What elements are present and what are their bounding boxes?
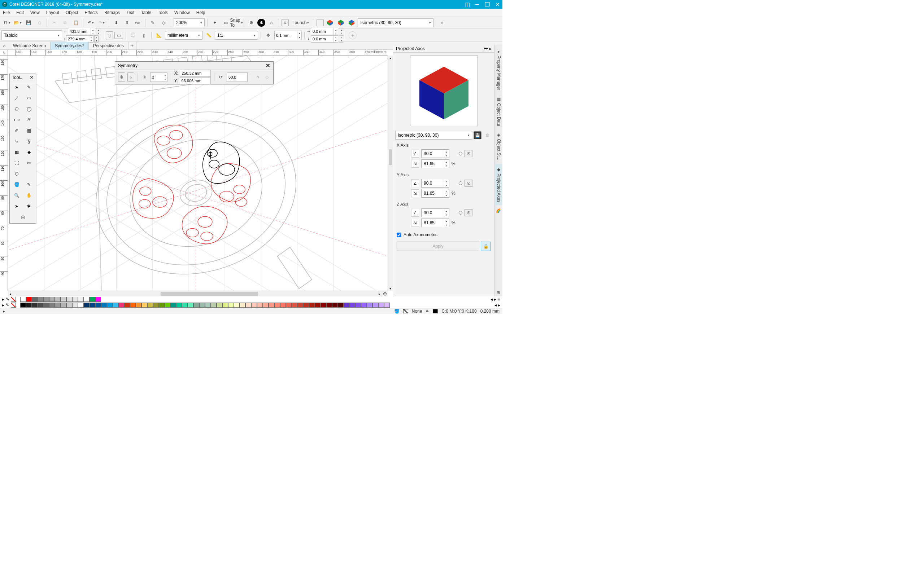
color-swatch[interactable] [205,303,211,308]
color-swatch[interactable] [84,297,89,302]
apply-button[interactable]: Apply [397,242,479,251]
drawing-canvas[interactable] [8,56,388,291]
palette-more-icon[interactable]: » [498,297,500,302]
menu-object[interactable]: Object [66,10,78,15]
graph-tool[interactable]: ▦ [23,126,34,135]
current-page-icon[interactable]: ▯ [139,31,149,40]
page-width-input[interactable]: ▴▾ [68,28,95,35]
color-swatch[interactable] [199,303,205,308]
sym-y-input[interactable] [180,77,211,84]
cut-button[interactable]: ✂︎ [50,18,59,27]
color-swatch[interactable] [188,303,194,308]
plane-right-icon[interactable] [347,18,356,27]
palette-scroll-left-icon[interactable]: ◂ [494,303,497,308]
y-radio[interactable] [459,181,462,185]
auto-axonometric-checkbox[interactable] [397,233,401,237]
z-angle-input[interactable]: ▴▾ [421,208,449,217]
rectangle-icon[interactable]: ▭ [221,18,230,27]
zoom-dropdown[interactable]: 200%▾ [174,18,205,27]
color-swatch[interactable] [95,303,101,308]
paste-button[interactable]: 📋 [71,18,81,27]
menu-bitmaps[interactable]: Bitmaps [104,10,120,15]
smear-tool[interactable]: ✱ [23,201,34,211]
color-swatch[interactable] [384,303,390,308]
color-swatch[interactable] [228,303,234,308]
color-swatch[interactable] [286,303,292,308]
color-swatch[interactable] [338,303,344,308]
y-scale-input[interactable]: ▴▾ [421,189,449,198]
options-button[interactable]: ⚙︎ [247,18,256,27]
color-swatch[interactable] [147,303,153,308]
color-swatch[interactable] [361,303,367,308]
nudge-icon[interactable]: ✥ [263,31,273,40]
color-swatch[interactable] [153,303,159,308]
color-swatch[interactable] [257,303,263,308]
color-swatch[interactable] [251,303,257,308]
color-swatch[interactable] [37,297,43,302]
open-button[interactable]: 📂▾ [13,18,23,27]
color-swatch[interactable] [107,303,113,308]
color-swatch[interactable] [182,303,188,308]
menu-text[interactable]: Text [126,10,134,15]
import-button[interactable]: ⬇︎ [111,18,121,27]
lock-button[interactable]: 🔒 [481,242,491,251]
docker-collapse-icon[interactable]: ▸▸ [485,46,488,51]
color-swatch[interactable] [32,297,37,302]
zoom-tool[interactable]: 🔍 [11,191,22,200]
color-swatch[interactable] [142,303,147,308]
palette-edit-icon[interactable]: ✎ [6,297,10,302]
x-angle-input[interactable]: ▴▾ [421,149,449,158]
print-button[interactable]: ⎙ [35,18,44,27]
color-swatch[interactable] [26,303,32,308]
menu-window[interactable]: Window [174,10,190,15]
color-swatch[interactable] [176,303,182,308]
color-swatch[interactable] [332,303,338,308]
vertical-scrollbar[interactable]: ▴ ▾ [388,56,393,291]
color-swatch[interactable] [349,303,355,308]
color-swatch[interactable] [216,303,222,308]
tab-more[interactable]: ⊞ [495,289,502,297]
color-swatch[interactable] [344,303,349,308]
axes-preset-dropdown[interactable]: Isometric (30, 90, 30)▾ [395,131,472,140]
color-swatch[interactable] [49,297,55,302]
sym-x-input[interactable] [180,69,211,77]
color-swatch[interactable] [84,303,89,308]
color-swatch[interactable] [194,303,199,308]
vscroll-thumb[interactable] [389,149,392,165]
pan-tool[interactable]: ✋ [23,191,34,200]
mirror-count-input[interactable]: ▴▾ [150,73,168,82]
palette-scroll-right-icon[interactable]: ▸ [498,303,500,308]
page-preset-dropdown[interactable]: Tabloid▾ [2,30,62,40]
color-swatch[interactable] [315,303,320,308]
knife-tool[interactable]: ✄ [23,158,34,168]
menu-view[interactable]: View [30,10,40,15]
z-suffix-icon[interactable]: ⦾ [465,209,472,216]
spiral-tool[interactable]: § [23,137,34,146]
dimension-tool[interactable]: ⟷ [11,115,22,124]
menu-layout[interactable]: Layout [46,10,59,15]
curve-tool-icon[interactable]: ✎ [148,18,157,27]
y-angle-input[interactable]: ▴▾ [421,179,449,187]
projected-shape-tool[interactable]: ⬡ [11,169,22,179]
vertical-ruler[interactable]: 180170160150140130120110100908070605040 [0,56,8,291]
zoom-slider-icon[interactable]: ⊕ [382,291,388,297]
units-dropdown[interactable]: millimeters▾ [165,31,202,40]
color-swatch[interactable] [373,303,378,308]
new-button[interactable]: 🗋▾ [2,18,11,27]
symmetry-mode2-icon[interactable]: ⟐ [128,73,135,82]
color-swatch[interactable] [124,303,130,308]
z-scale-input[interactable]: ▴▾ [421,219,449,227]
nudge-distance-input[interactable]: ▴▾ [274,31,302,40]
y-suffix-icon[interactable]: ⦾ [465,180,472,187]
text-tool[interactable]: A [23,115,34,124]
toolbox-close-button[interactable]: ✕ [30,75,34,80]
freehand-tool[interactable]: ✐ [11,126,22,135]
color-swatch[interactable] [292,303,297,308]
color-swatch[interactable] [378,303,384,308]
color-swatch[interactable] [309,303,315,308]
palette-nav-icon[interactable]: ▸ [2,303,4,308]
color-swatch[interactable] [240,303,246,308]
add-button[interactable]: + [349,31,357,39]
tab-welcome[interactable]: Welcome Screen [9,42,50,50]
color-swatch[interactable] [101,303,107,308]
